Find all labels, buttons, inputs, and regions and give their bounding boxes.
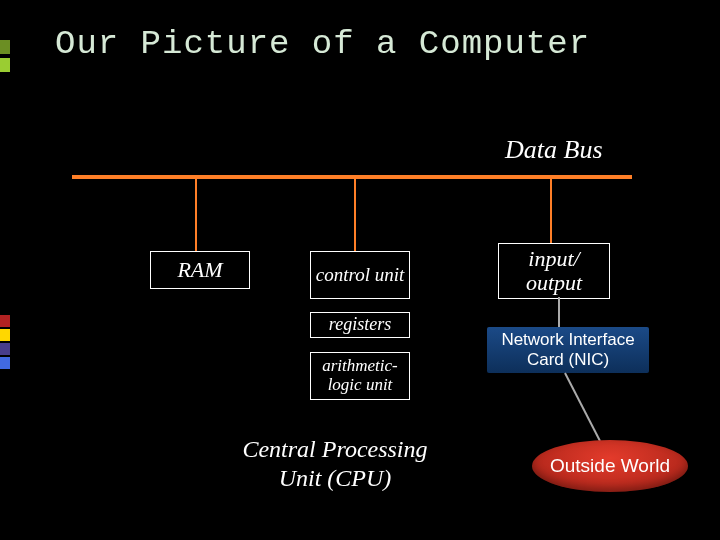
box-nic: Network Interface Card (NIC) [487, 327, 649, 373]
box-control-unit: control unit [310, 251, 410, 299]
slide-title: Our Picture of a Computer [55, 25, 590, 63]
svg-line-0 [565, 373, 600, 441]
oval-outside-world: Outside World [532, 440, 688, 492]
box-ram: RAM [150, 251, 250, 289]
data-bus-line [72, 175, 632, 179]
cpu-label: Central Processing Unit (CPU) [225, 435, 445, 493]
side-accent-stripe [0, 0, 10, 540]
bus-drop-cpu [354, 179, 356, 251]
bus-drop-ram [195, 179, 197, 251]
connector-io-nic [558, 297, 560, 327]
box-registers: registers [310, 312, 410, 338]
slide: Our Picture of a Computer Data Bus RAM c… [0, 0, 720, 540]
box-io: input/ output [498, 243, 610, 299]
box-alu: arithmetic-logic unit [310, 352, 410, 400]
connector-nic-outside [560, 373, 620, 443]
bus-label: Data Bus [505, 135, 603, 165]
bus-drop-io [550, 179, 552, 251]
